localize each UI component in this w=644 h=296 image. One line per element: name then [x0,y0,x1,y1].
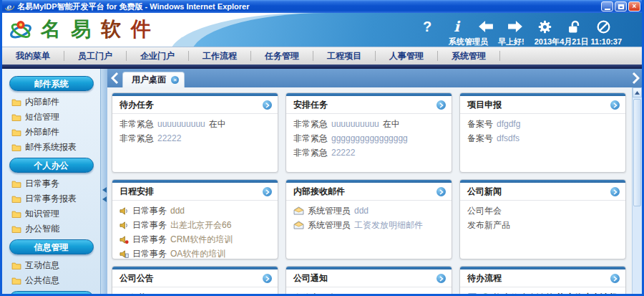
panel-more-icon[interactable] [610,187,620,196]
panel-company-notice: 公司通知 全体大开会 [286,266,452,296]
close-icon: × [633,3,637,10]
tab-label: 用户桌面 [132,74,166,86]
info-icon[interactable]: i [448,18,465,35]
ie-logo-icon: e [5,2,14,11]
sidebar-item-label: 互动信息 [25,259,59,272]
list-item[interactable]: 日常事务出差北京开会66 [119,218,270,232]
nav-item-task-mgmt[interactable]: 任务管理 [251,51,313,61]
speaker-doc-icon [119,249,129,259]
panel-title: 内部接收邮件 [293,186,345,198]
list-item[interactable]: 非常紧急22222 [293,145,444,160]
list-item[interactable]: 系统管理员ddd [293,204,444,218]
unlock-icon[interactable] [565,18,582,35]
settings-gear-icon[interactable] [536,18,553,35]
minimize-button[interactable] [601,1,613,11]
nav-item-hr-mgmt[interactable]: 人事管理 [376,51,438,61]
tab-scroll-left-icon[interactable] [108,71,121,85]
list-item[interactable]: 任令书 [119,290,270,296]
sidebar-item-daily-affairs[interactable]: 日常事务 [2,176,100,191]
sidebar-item-label: 知识管理 [25,208,59,220]
panel-arranged-tasks: 安排任务 非常紧急uuuuuuuuuu在中 非常紧急gggggggggggggg… [286,92,452,173]
panel-more-icon[interactable] [610,100,620,110]
main-area: 用户桌面 × 待办任务 非常紧急uuuuuuuuuu在中 非常紧急22222 [107,69,642,296]
sidebar-item-mail-reports[interactable]: 邮件系统报表 [2,140,100,155]
folder-icon [11,195,21,203]
sidebar-item-external-mail[interactable]: 外部邮件 [2,125,100,140]
sidebar-item-label: 日常事务报表 [25,193,77,205]
panel-todo-tasks: 待办任务 非常紧急uuuuuuuuuu在中 非常紧急22222 [112,92,278,173]
tab-scroll-right-icon[interactable] [629,71,642,85]
list-item[interactable]: 全体大开会 [293,290,444,296]
panel-more-icon[interactable] [263,187,272,196]
panel-pending-workflows: 待办流程 资产终止申请单 资产终止申请起草 [459,266,626,296]
list-item[interactable]: 非常紧急22222 [119,131,270,145]
sidebar-item-internal-mail[interactable]: 内部邮件 [2,95,100,110]
list-item[interactable]: 非常紧急gggggggggggggggg [293,131,444,145]
sidebar-item-sms-mgmt[interactable]: 短信管理 [2,110,100,125]
panel-title: 日程安排 [119,186,154,198]
panel-title: 待办流程 [467,272,502,285]
back-arrow-icon[interactable] [477,18,494,35]
window-title: 名易MyIDP智能开发平台 for 免费版 - Windows Internet… [17,1,601,12]
approve-icon [481,293,490,296]
maximize-icon [618,4,624,9]
nav-item-employee-portal[interactable]: 员工门户 [64,51,127,61]
sidebar-item-label: 日常事务 [25,178,59,190]
maximize-button[interactable] [615,1,627,11]
sidebar-item-label: 公共信息 [25,274,59,287]
nav-item-my-menu[interactable]: 我的菜单 [2,51,64,61]
close-button[interactable]: × [628,1,640,11]
tab-close-icon[interactable]: × [171,76,179,84]
list-item[interactable]: 日常事务OA软件的培训 [119,247,270,259]
list-item[interactable]: 发布新产品 [467,218,618,232]
scroll-up-icon[interactable] [633,87,642,97]
logo-text: 名易软件 [41,16,161,43]
sidebar-item-public-info[interactable]: 公共信息 [2,273,100,288]
help-icon[interactable]: ? [419,18,436,35]
scrollbar-thumb[interactable] [633,99,641,206]
list-item[interactable]: 资产终止申请单 资产终止申请起草 [467,290,618,296]
sidebar-splitter[interactable] [100,69,107,296]
forward-arrow-icon[interactable] [507,18,524,35]
sidebar-item-office-intelligence[interactable]: 办公智能 [2,221,100,237]
collapse-arrow-icon [102,196,107,202]
app-header: 名易软件 ? i 系统管理员 早上好! 2013年4月21日 11:1 [2,13,642,47]
panel-title: 待办任务 [119,99,154,111]
block-icon[interactable] [595,18,612,35]
panel-more-icon[interactable] [436,187,446,196]
sidebar: 邮件系统 内部邮件 短信管理 外部邮件 邮件系统报表 个人办公 日常事务 日常事… [2,69,100,296]
tab-strip: 用户桌面 × [107,69,642,87]
tab-user-desktop[interactable]: 用户桌面 × [122,72,185,87]
nav-item-system-mgmt[interactable]: 系统管理 [438,51,500,61]
mail-icon [293,221,304,229]
panel-more-icon[interactable] [436,100,446,110]
list-item[interactable]: 公司年会 [467,204,618,218]
nav-item-workflow[interactable]: 工作流程 [189,51,251,61]
folder-icon [11,128,21,136]
list-item[interactable]: 系统管理员工资发放明细邮件 [293,218,444,232]
sidebar-section-mail[interactable]: 邮件系统 [9,76,94,91]
nav-item-project[interactable]: 工程项目 [313,51,376,61]
current-user: 系统管理员 [449,37,488,47]
list-item[interactable]: 备案号dfsdfs [467,131,618,145]
list-item[interactable]: 非常紧急uuuuuuuuuu在中 [119,117,270,131]
panel-more-icon[interactable] [263,100,272,110]
panel-more-icon[interactable] [436,274,446,283]
list-item[interactable]: 非常紧急uuuuuuuuuu在中 [293,117,444,131]
vertical-scrollbar[interactable] [632,87,642,296]
sidebar-section-info-mgmt[interactable]: 信息管理 [9,239,94,254]
sidebar-section-personal-mgmt[interactable]: 个人管理 [9,291,94,296]
sidebar-item-knowledge-mgmt[interactable]: 知识管理 [2,206,100,221]
sidebar-item-interactive-info[interactable]: 互动信息 [2,258,100,273]
list-item[interactable]: 备案号dfgdfg [467,117,618,131]
list-item[interactable]: 日常事务CRM软件的培训 [119,232,270,247]
list-item[interactable]: 日常事务ddd [119,204,270,218]
panel-more-icon[interactable] [263,274,272,283]
panel-title: 公司公告 [119,272,154,285]
speaker-icon [119,221,129,230]
panel-more-icon[interactable] [610,274,620,283]
sidebar-section-personal-office[interactable]: 个人办公 [9,158,94,173]
sidebar-item-daily-affairs-reports[interactable]: 日常事务报表 [2,191,100,206]
panel-title: 公司新闻 [467,186,502,198]
nav-item-enterprise-portal[interactable]: 企业门户 [127,51,189,61]
